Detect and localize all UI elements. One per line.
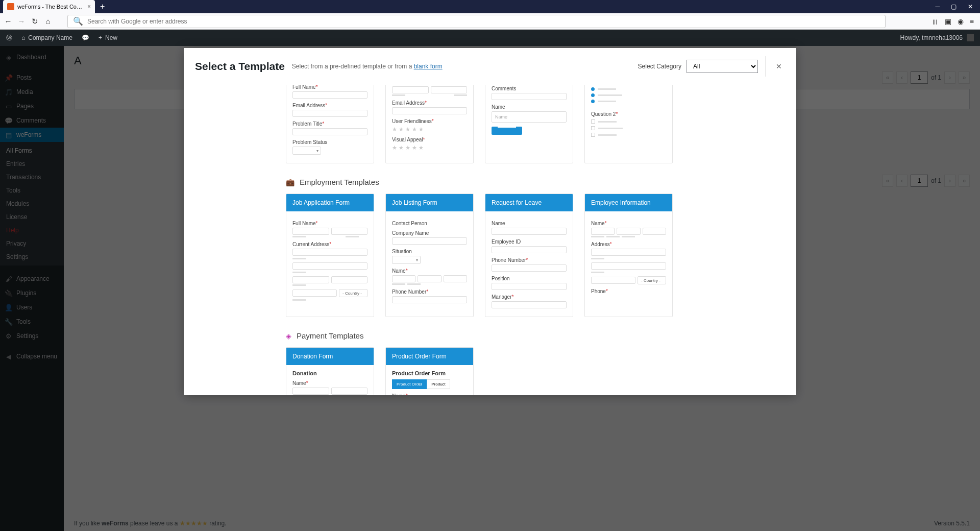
avatar[interactable] bbox=[967, 34, 974, 41]
wordpress-icon: ⓦ bbox=[6, 34, 12, 42]
template-card[interactable]: Full Name* Email Address* User Friendlin… bbox=[385, 85, 474, 163]
modal-body[interactable]: First Step Full Name* Email Address* Pro… bbox=[184, 85, 796, 395]
template-card-product-order[interactable]: Product Order Form Product Order Form Pr… bbox=[385, 347, 474, 395]
template-card[interactable]: First Step Full Name* Email Address* Pro… bbox=[286, 85, 374, 163]
window-controls: ─ ▢ ✕ bbox=[928, 3, 980, 10]
back-button[interactable]: ← bbox=[4, 17, 12, 26]
tab-close-icon[interactable]: × bbox=[87, 3, 91, 10]
library-icon[interactable]: ⫼ bbox=[932, 17, 939, 26]
modal-header: Select a Template Select from a pre-defi… bbox=[184, 48, 796, 85]
favicon bbox=[7, 3, 14, 10]
template-card-job-application[interactable]: Job Application Form Full Name* Current … bbox=[286, 194, 374, 317]
modal-overlay: Select a Template Select from a pre-defi… bbox=[0, 46, 980, 531]
template-card-employee-info[interactable]: Employee Information Name* Address* - Co… bbox=[584, 194, 673, 317]
howdy-text[interactable]: Howdy, tmnneha13006 bbox=[900, 34, 963, 41]
modal-title: Select a Template bbox=[195, 60, 285, 73]
address-input[interactable] bbox=[87, 18, 880, 25]
template-card[interactable]: Question 1* Question 2* bbox=[584, 85, 673, 163]
comment-icon: 💬 bbox=[82, 34, 89, 41]
address-bar[interactable]: 🔍 bbox=[67, 15, 886, 28]
template-card-donation[interactable]: Donation Form Donation Name* E-mail Addr… bbox=[286, 347, 374, 395]
comments-link[interactable]: 💬 bbox=[82, 34, 89, 41]
wp-admin-bar: ⓦ ⌂Company Name 💬 +New Howdy, tmnneha130… bbox=[0, 30, 980, 46]
section-payment: ◈ Payment Templates bbox=[286, 331, 785, 340]
home-button[interactable]: ⌂ bbox=[44, 17, 52, 26]
reload-button[interactable]: ↻ bbox=[31, 17, 39, 26]
maximize-button[interactable]: ▢ bbox=[951, 3, 957, 10]
new-tab-button[interactable]: + bbox=[100, 2, 105, 11]
briefcase-icon: 💼 bbox=[286, 178, 295, 186]
modal-subtitle: Select from a pre-defined template or fr… bbox=[292, 63, 443, 70]
close-window-button[interactable]: ✕ bbox=[968, 3, 973, 10]
account-icon[interactable]: ◉ bbox=[958, 17, 964, 26]
tab-title: weForms - The Best Contact Fo bbox=[17, 4, 84, 10]
modal-close-icon[interactable]: ✕ bbox=[776, 62, 782, 70]
browser-tab[interactable]: weForms - The Best Contact Fo × bbox=[3, 0, 95, 13]
payment-icon: ◈ bbox=[286, 332, 291, 340]
category-select[interactable]: All bbox=[687, 60, 758, 73]
plus-icon: + bbox=[99, 34, 102, 41]
template-card-job-listing[interactable]: Job Listing Form Contact Person Company … bbox=[385, 194, 474, 317]
home-icon: ⌂ bbox=[21, 34, 25, 41]
section-employment: 💼 Employment Templates bbox=[286, 178, 785, 186]
minimize-button[interactable]: ─ bbox=[935, 3, 940, 10]
new-content-link[interactable]: +New bbox=[99, 34, 117, 41]
template-card-request-leave[interactable]: Request for Leave Name Employee ID Phone… bbox=[485, 194, 573, 317]
blank-form-link[interactable]: blank form bbox=[414, 63, 443, 70]
category-label: Select Category bbox=[638, 63, 681, 70]
search-icon: 🔍 bbox=[73, 16, 83, 26]
wp-logo[interactable]: ⓦ bbox=[6, 34, 12, 42]
sidebar-icon[interactable]: ▣ bbox=[945, 17, 951, 26]
menu-icon[interactable]: ≡ bbox=[970, 17, 974, 26]
forward-button[interactable]: → bbox=[17, 17, 26, 26]
site-name-link[interactable]: ⌂Company Name bbox=[21, 34, 72, 41]
template-modal: Select a Template Select from a pre-defi… bbox=[184, 48, 796, 395]
template-card[interactable]: Rating★★★★★ Comments Name Name bbox=[485, 85, 573, 163]
browser-nav-bar: ← → ↻ ⌂ 🔍 ⫼ ▣ ◉ ≡ bbox=[0, 13, 980, 30]
browser-tab-bar: weForms - The Best Contact Fo × + ─ ▢ ✕ bbox=[0, 0, 980, 13]
